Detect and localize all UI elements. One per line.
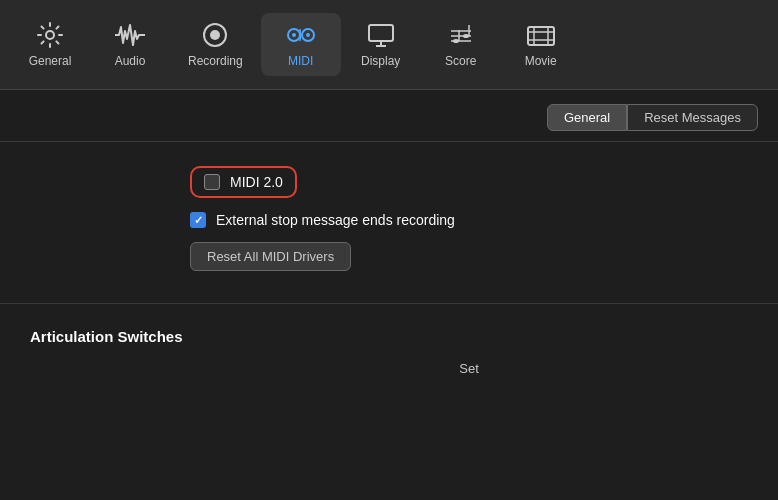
svg-point-6 <box>306 33 310 37</box>
tab-score-label: Score <box>445 54 476 68</box>
external-stop-checkbox[interactable] <box>190 212 206 228</box>
tab-midi-label: MIDI <box>288 54 313 68</box>
tab-recording-label: Recording <box>188 54 243 68</box>
waveform-icon <box>115 21 145 49</box>
display-icon <box>366 21 396 49</box>
svg-rect-7 <box>369 25 393 41</box>
tab-general[interactable]: General <box>10 13 90 76</box>
sub-tabs: General Reset Messages <box>0 90 778 142</box>
subtab-general[interactable]: General <box>547 104 627 131</box>
gear-icon <box>36 21 64 49</box>
toolbar: General Audio Recording <box>0 0 778 90</box>
reset-all-midi-drivers-button[interactable]: Reset All MIDI Drivers <box>190 242 351 271</box>
external-stop-label: External stop message ends recording <box>216 212 455 228</box>
svg-point-0 <box>46 31 54 39</box>
movie-icon <box>526 21 556 49</box>
svg-point-15 <box>463 34 469 38</box>
external-stop-row: External stop message ends recording <box>190 212 748 228</box>
midi20-label: MIDI 2.0 <box>230 174 283 190</box>
tab-audio-label: Audio <box>115 54 146 68</box>
tab-score[interactable]: Score <box>421 13 501 76</box>
tab-general-label: General <box>29 54 72 68</box>
score-icon <box>446 21 476 49</box>
svg-rect-17 <box>528 27 554 45</box>
svg-point-13 <box>453 39 459 43</box>
svg-point-5 <box>292 33 296 37</box>
tab-movie[interactable]: Movie <box>501 13 581 76</box>
articulation-set-label: Set <box>190 361 748 376</box>
tab-midi[interactable]: MIDI <box>261 13 341 76</box>
settings-area: MIDI 2.0 External stop message ends reco… <box>0 142 778 295</box>
section-divider <box>0 303 778 304</box>
reset-button-row: Reset All MIDI Drivers <box>190 242 748 271</box>
tab-movie-label: Movie <box>525 54 557 68</box>
tab-display[interactable]: Display <box>341 13 421 76</box>
tab-recording[interactable]: Recording <box>170 13 261 76</box>
tab-display-label: Display <box>361 54 400 68</box>
record-icon <box>201 21 229 49</box>
articulation-title: Articulation Switches <box>30 328 748 345</box>
midi-icon <box>286 21 316 49</box>
tab-audio[interactable]: Audio <box>90 13 170 76</box>
subtab-reset-messages[interactable]: Reset Messages <box>627 104 758 131</box>
midi20-checkbox[interactable] <box>204 174 220 190</box>
midi20-row: MIDI 2.0 <box>190 166 297 198</box>
articulation-section: Articulation Switches Set <box>0 312 778 376</box>
svg-point-2 <box>210 30 220 40</box>
